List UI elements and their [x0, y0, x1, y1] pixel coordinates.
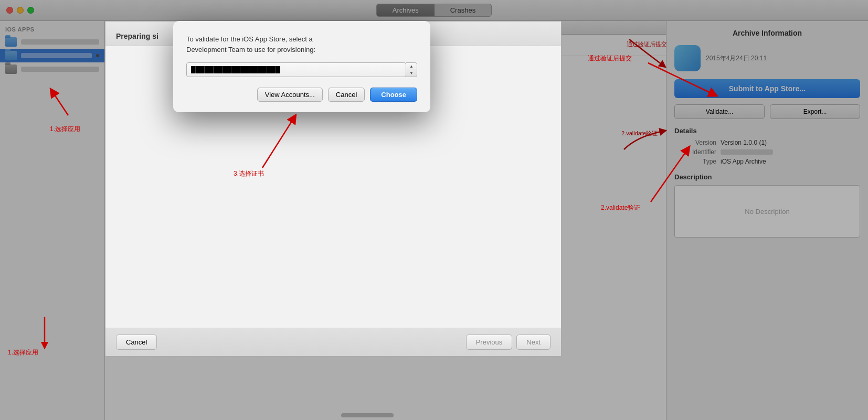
sheet-cancel-button[interactable]: Cancel — [116, 335, 157, 350]
dialog-message: To validate for the iOS App Store, selec… — [186, 34, 417, 55]
dialog-cancel-button[interactable]: Cancel — [328, 88, 365, 102]
view-accounts-button[interactable]: View Accounts... — [257, 88, 323, 102]
sheet-next-button[interactable]: Next — [516, 335, 551, 350]
stepper[interactable]: ▲ ▼ — [406, 62, 417, 77]
sheet-title: Preparing si — [116, 32, 158, 40]
sheet-footer: Cancel Previous Next — [105, 328, 561, 356]
stepper-down[interactable]: ▼ — [406, 70, 417, 77]
sheet-footer-right: Previous Next — [466, 335, 551, 350]
sheet-previous-button[interactable]: Previous — [466, 335, 513, 350]
dialog-button-row: View Accounts... Cancel Choose — [186, 88, 417, 102]
dialog-line2: Development Team to use for provisioning… — [186, 46, 315, 53]
team-selection-dialog: To validate for the iOS App Store, selec… — [173, 21, 430, 112]
dialog-select-row: ████████████████████ ▲ ▼ — [186, 62, 417, 77]
stepper-up[interactable]: ▲ — [406, 63, 417, 70]
dialog-line1: To validate for the iOS App Store, selec… — [186, 35, 313, 43]
team-select[interactable]: ████████████████████ — [186, 62, 406, 77]
choose-button[interactable]: Choose — [370, 88, 417, 102]
